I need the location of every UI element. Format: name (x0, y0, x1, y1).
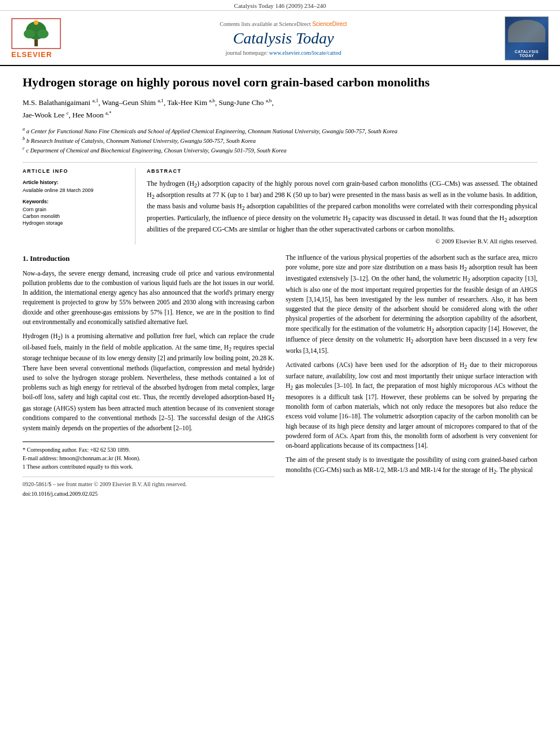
right-para-1: The influence of the various physical pr… (286, 253, 537, 356)
elsevier-tree-icon (11, 18, 61, 49)
body-left-column: 1. Introduction Now-a-days, the severe e… (23, 253, 274, 498)
abstract-heading: ABSTRACT (147, 168, 537, 174)
sciencedirect-text: Contents lists available at ScienceDirec… (220, 21, 310, 27)
footnote-equal: 1 These authors contributed equally to t… (23, 462, 274, 471)
doi-text: doi:10.1016/j.cattod.2009.02.025 (23, 490, 274, 498)
article-available-date: Available online 28 March 2009 (23, 187, 126, 193)
intro-para-1: Now-a-days, the severe energy demand, in… (23, 269, 274, 327)
footnote-corresponding: * Corresponding author. Fax: +82 62 530 … (23, 445, 274, 454)
info-abstract-section: ARTICLE INFO Article history: Available … (23, 162, 537, 245)
article-title: Hydrogen storage on highly porous novel … (23, 75, 537, 91)
abstract-section: ABSTRACT The hydrogen (H2) adsorption ca… (147, 168, 537, 245)
article-info-heading: ARTICLE INFO (23, 168, 126, 174)
keywords-label: Keywords: (23, 199, 126, 204)
intro-para-2: Hydrogen (H2) is a promising alternative… (23, 331, 274, 433)
bottom-bar: 0920-5861/$ – see front matter © 2009 El… (23, 477, 274, 488)
catalysis-journal-cover: CATALYSISTODAY (505, 16, 549, 60)
affiliations: a a Center for Functional Nano Fine Chem… (23, 126, 537, 155)
catalysis-cover-text: CATALYSISTODAY (515, 50, 539, 58)
journal-header: ELSEVIER Contents lists available at Sci… (0, 11, 560, 66)
svg-rect-2 (34, 40, 38, 46)
copyright-notice: © 2009 Elsevier B.V. All rights reserved… (147, 238, 537, 244)
elsevier-wordmark: ELSEVIER (11, 50, 52, 59)
introduction-heading: 1. Introduction (23, 253, 274, 264)
main-content: Hydrogen storage on highly porous novel … (0, 66, 560, 509)
journal-name: Catalysis Today (62, 29, 505, 47)
svg-point-5 (37, 29, 49, 38)
abstract-text: The hydrogen (H2) adsorption capacity of… (147, 178, 537, 235)
body-right-column: The influence of the various physical pr… (286, 253, 537, 498)
footnote-email: E-mail address: hmoon@chonnam.ac.kr (H. … (23, 454, 274, 462)
keyword-3: Hydrogen storage (23, 220, 126, 226)
footnotes: * Corresponding author. Fax: +82 62 530 … (23, 442, 274, 471)
affiliation-c: c c Department of Chemical and Biochemic… (23, 145, 537, 155)
body-content: 1. Introduction Now-a-days, the severe e… (23, 253, 537, 498)
article-info: ARTICLE INFO Article history: Available … (23, 168, 135, 245)
keyword-1: Corn grain (23, 207, 126, 212)
journal-center: Contents lists available at ScienceDirec… (62, 21, 505, 56)
right-para-3: The aim of the present study is to inves… (286, 455, 537, 476)
sciencedirect-link[interactable]: ScienceDirect (312, 21, 347, 27)
svg-point-4 (24, 29, 35, 38)
journal-citation: Catalysis Today 146 (2009) 234–240 (0, 0, 560, 11)
article-history-label: Article history: (23, 180, 126, 185)
section-number: 1. (23, 254, 30, 263)
issn-text: 0920-5861/$ – see front matter © 2009 El… (23, 480, 187, 488)
sciencedirect-line: Contents lists available at ScienceDirec… (62, 21, 505, 27)
homepage-url[interactable]: www.elsevier.com/locate/cattod (269, 50, 342, 56)
keyword-2: Carbon monolith (23, 213, 126, 219)
affiliation-b: b b Research Institute of Catalysis, Cho… (23, 136, 537, 145)
citation-text: Catalysis Today 146 (2009) 234–240 (234, 2, 326, 9)
right-para-2: Activated carbons (ACs) have been used f… (286, 360, 537, 451)
journal-homepage: journal homepage: www.elsevier.com/locat… (62, 50, 505, 56)
affiliation-a: a a Center for Functional Nano Fine Chem… (23, 126, 537, 136)
elsevier-logo: ELSEVIER (11, 18, 62, 59)
authors: M.S. Balathanigaimani a,1, Wang–Geun Shi… (23, 97, 537, 121)
svg-point-6 (34, 20, 38, 25)
